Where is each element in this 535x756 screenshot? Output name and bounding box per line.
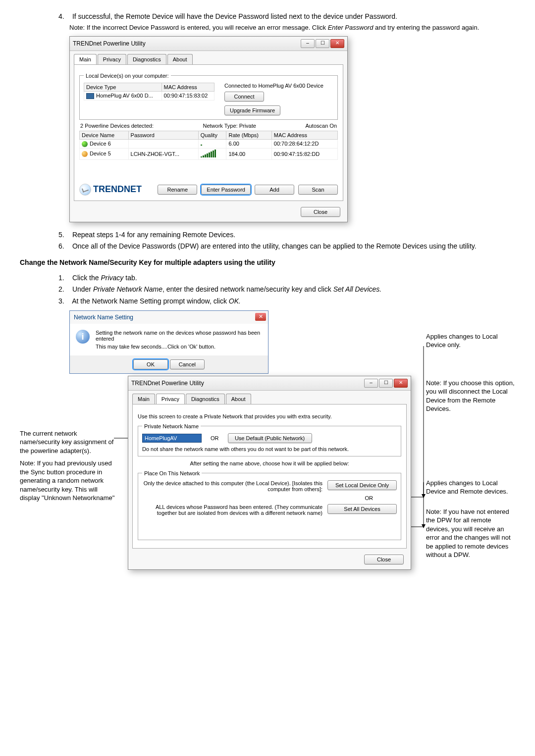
private-network-group: Private Network Name OR Use Default (Pub… — [138, 423, 401, 456]
dialog-body: Local Device(s) on your computer: Device… — [74, 64, 343, 201]
titlebar: TRENDnet Powerline Utility – ☐ ✕ — [70, 37, 347, 51]
close-icon[interactable]: ✕ — [255, 313, 266, 321]
autoscan-label: Autoscan On — [305, 123, 337, 129]
add-button[interactable]: Add — [255, 185, 294, 195]
col-device-type: Device Type — [84, 83, 162, 91]
tab-main[interactable]: Main — [74, 54, 97, 64]
status-bullet-icon — [82, 151, 88, 157]
annotated-diagram: The current network name/security key as… — [20, 376, 515, 653]
use-default-button[interactable]: Use Default (Public Network) — [228, 433, 312, 443]
step-6: 6. Once all of the Device Passwords (DPW… — [58, 242, 515, 252]
or-label: OR — [211, 435, 219, 441]
window-buttons: – ☐ ✕ — [364, 379, 408, 388]
place-on-network-group: Place On This Network Only the device at… — [138, 470, 401, 540]
step-c1: 1. Click the Privacy tab. — [58, 273, 515, 283]
col-mac2: MAC Address — [271, 131, 337, 139]
quality-cell — [198, 139, 226, 148]
detected-label: 2 Powerline Devices detected: — [80, 123, 154, 129]
tab-about[interactable]: About — [167, 54, 193, 64]
col-mac: MAC Address — [161, 83, 214, 91]
maximize-button[interactable]: ☐ — [379, 379, 393, 388]
connect-button[interactable]: Connect — [224, 92, 264, 101]
upgrade-firmware-button[interactable]: Upgrade Firmware — [224, 105, 280, 115]
table-row[interactable]: Device 5 LCHN-ZHOE-VGT... 184.00 00:90:4… — [80, 148, 338, 159]
minimize-button[interactable]: – — [301, 39, 315, 48]
step-num-5: 5. — [58, 230, 70, 240]
enter-password-button[interactable]: Enter Password — [201, 185, 251, 195]
table-row[interactable]: Device 6 6.00 00:70:28:64:12:2D — [80, 139, 338, 148]
status-bullet-icon — [82, 141, 88, 147]
remote-devices-table: Device Name Password Quality Rate (Mbps)… — [79, 131, 338, 160]
titlebar: TRENDnet Powerline Utility – ☐ ✕ — [128, 376, 411, 391]
do-not-share-note: Do not share the network name with other… — [142, 446, 397, 452]
close-button[interactable]: Close — [301, 207, 340, 217]
svg-marker-2 — [422, 494, 426, 498]
annotation-r4: Note: If you have not entered the DPW fo… — [426, 507, 515, 559]
powerline-utility-privacy: TRENDnet Powerline Utility – ☐ ✕ Main Pr… — [128, 376, 411, 570]
logo-icon — [79, 184, 91, 196]
scan-button[interactable]: Scan — [298, 185, 338, 195]
quality-cell — [198, 148, 226, 159]
network-type-label: Network Type: Private — [203, 123, 256, 129]
section-title: Change the Network Name/Security Key for… — [20, 258, 515, 266]
annotation-r1: Applies changes to Local Device only. — [426, 332, 515, 350]
info-icon: i — [76, 330, 90, 344]
annotation-r2: Note: If you choose this option, you wil… — [426, 379, 515, 413]
after-setting-label: After setting the name above, choose how… — [138, 460, 401, 466]
network-name-setting-dialog: ✕ Network Name Setting i Setting the net… — [69, 310, 268, 374]
set-all-devices-button[interactable]: Set All Devices — [327, 504, 397, 514]
step-c2: 2. Under Private Network Name, enter the… — [58, 285, 515, 295]
local-device-row[interactable]: HomePlug AV 6x00 D... 00:90:47:15:83:02 — [84, 91, 214, 100]
powerline-utility-main: TRENDnet Powerline Utility – ☐ ✕ Main Pr… — [69, 36, 348, 222]
tab-privacy[interactable]: Privacy — [156, 394, 185, 404]
rename-button[interactable]: Rename — [158, 185, 197, 195]
close-button[interactable]: ✕ — [394, 379, 408, 388]
or-label-2: OR — [142, 495, 373, 501]
tabstrip: Main Privacy Diagnostics About — [70, 51, 347, 64]
col-pw: Password — [128, 131, 198, 139]
network-name-input[interactable] — [142, 434, 202, 443]
window-title: TRENDnet Powerline Utility — [131, 380, 204, 387]
all-devices-label: ALL devices whose Password has been ente… — [142, 504, 322, 516]
close-button[interactable]: ✕ — [330, 39, 344, 48]
window-buttons: – ☐ ✕ — [301, 39, 344, 48]
only-device-label: Only the device attached to this compute… — [142, 480, 322, 492]
step-4-text: If successful, the Remote Device will ha… — [72, 12, 397, 20]
step-c3: 3. At the Network Name Setting prompt wi… — [58, 297, 515, 306]
msgbox-line1: Setting the network name on the devices … — [96, 330, 262, 342]
dialog-body: Use this screen to create a Private Netw… — [132, 404, 407, 549]
connected-label: Connected to HomePlug AV 6x00 Device — [224, 83, 333, 89]
ok-button[interactable]: OK — [133, 359, 168, 369]
private-network-legend: Private Network Name — [142, 423, 201, 429]
col-rate: Rate (Mbps) — [226, 131, 271, 139]
close-button[interactable]: Close — [364, 554, 404, 564]
local-device-table: Device Type MAC Address HomePlug AV 6x00… — [84, 83, 214, 101]
local-devices-legend: Local Device(s) on your computer: — [84, 73, 171, 79]
tabstrip: Main Privacy Diagnostics About — [128, 391, 411, 404]
annotation-r3: Applies changes to Local Device and Remo… — [426, 479, 515, 496]
tab-about[interactable]: About — [226, 394, 251, 404]
maximize-button[interactable]: ☐ — [316, 39, 329, 48]
cancel-button[interactable]: Cancel — [170, 359, 205, 369]
screen-note: Use this screen to create a Private Netw… — [138, 413, 401, 419]
col-quality: Quality — [198, 131, 226, 139]
tab-diagnostics[interactable]: Diagnostics — [127, 54, 166, 64]
tab-main[interactable]: Main — [132, 394, 155, 404]
annotation-left: The current network name/security key as… — [20, 429, 115, 503]
step-num-4: 4. — [58, 12, 70, 22]
set-local-device-button[interactable]: Set Local Device Only — [327, 480, 397, 490]
local-devices-group: Local Device(s) on your computer: Device… — [79, 73, 338, 120]
minimize-button[interactable]: – — [364, 379, 378, 388]
step-5: 5. Repeat steps 1-4 for any remaining Re… — [58, 230, 515, 240]
step-4: 4. If successful, the Remote Device will… — [58, 12, 515, 22]
step-4-note: Note: If the incorrect Device Password i… — [69, 24, 515, 31]
tab-diagnostics[interactable]: Diagnostics — [186, 394, 225, 404]
trendnet-logo: TRENDNET — [79, 184, 142, 196]
svg-marker-3 — [422, 524, 426, 528]
col-name: Device Name — [80, 131, 129, 139]
place-legend: Place On This Network — [142, 470, 202, 476]
msgbox-line2: This may take few seconds....Click on 'O… — [96, 344, 262, 350]
msgbox-title: Network Name Setting — [70, 311, 268, 324]
step-num-6: 6. — [58, 242, 70, 252]
tab-privacy[interactable]: Privacy — [98, 54, 126, 64]
